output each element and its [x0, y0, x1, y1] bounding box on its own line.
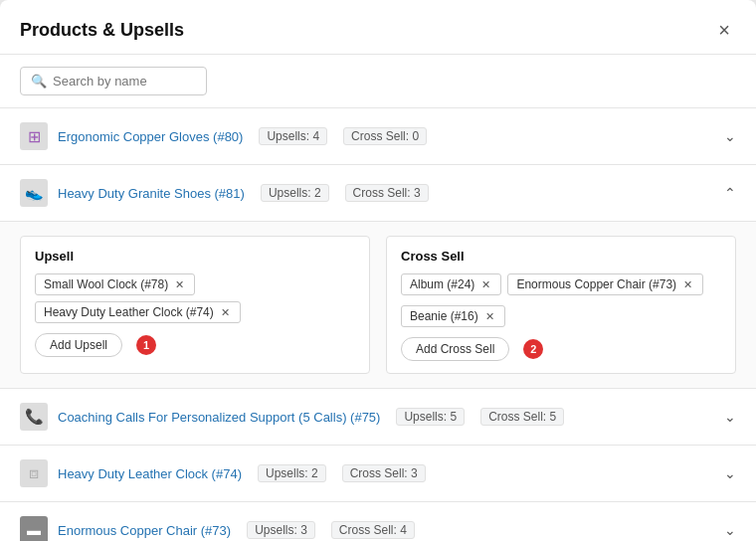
upsell-actions: Add Upsell 1: [35, 333, 355, 357]
upsells-badge-3: Upsells: 5: [396, 408, 465, 426]
crosssell-section: Cross Sell Album (#24) ✕ Enormous Copper…: [386, 236, 736, 374]
crosssell-badge-2: Cross Sell: 3: [345, 184, 429, 202]
product-name-3: Coaching Calls For Personalized Support …: [58, 410, 380, 425]
product-icon-5: ▬: [20, 516, 48, 541]
crosssell-title: Cross Sell: [401, 249, 721, 264]
crosssell-tags-row1: Album (#24) ✕ Enormous Copper Chair (#73…: [401, 273, 721, 295]
product-row: ⊞ Ergonomic Copper Gloves (#80) Upsells:…: [0, 108, 756, 165]
crosssell-tag-3: Beanie (#16) ✕: [401, 305, 505, 327]
upsell-tag-2: Heavy Duty Leather Clock (#74) ✕: [35, 301, 241, 323]
upsell-count-badge: 1: [136, 335, 156, 355]
upsell-tag-remove-2[interactable]: ✕: [219, 307, 232, 318]
crosssell-badge-5: Cross Sell: 4: [331, 521, 415, 539]
crosssell-badge-3: Cross Sell: 5: [480, 408, 564, 426]
search-input-wrap: 🔍: [20, 67, 207, 95]
search-icon: 🔍: [31, 74, 47, 89]
upsell-tags: Small Wool Clock (#78) ✕ Heavy Duty Leat…: [35, 273, 355, 323]
crosssell-actions: Add Cross Sell 2: [401, 337, 721, 361]
crosssell-badge-1: Cross Sell: 0: [343, 127, 427, 145]
chevron-down-icon-4: ⌄: [724, 465, 736, 481]
crosssell-tag-label-3: Beanie (#16): [410, 309, 478, 323]
crosssell-tag-label-2: Enormous Copper Chair (#73): [516, 277, 676, 291]
close-button[interactable]: ×: [712, 18, 736, 42]
chevron-down-icon-3: ⌄: [724, 409, 736, 425]
product-icon-4: ⧈: [20, 459, 48, 487]
coaching-icon: 📞: [25, 408, 44, 426]
modal: Products & Upsells × 🔍 ⊞ Ergonomic Coppe…: [0, 0, 756, 541]
product-row-3: 📞 Coaching Calls For Personalized Suppor…: [0, 389, 756, 446]
upsells-badge-5: Upsells: 3: [247, 521, 315, 539]
product-icon-2: 👟: [20, 179, 48, 207]
product-icon-3: 📞: [20, 403, 48, 431]
product-header-5[interactable]: ▬ Enormous Copper Chair (#73) Upsells: 3…: [0, 502, 756, 541]
grid-icon: ⊞: [28, 127, 41, 146]
upsell-tag-label-1: Small Wool Clock (#78): [44, 277, 168, 291]
product-header-3[interactable]: 📞 Coaching Calls For Personalized Suppor…: [0, 389, 756, 445]
upsells-badge-4: Upsells: 2: [258, 464, 326, 482]
product-name-2: Heavy Duty Granite Shoes (#81): [58, 186, 245, 201]
crosssell-tag-2: Enormous Copper Chair (#73) ✕: [507, 273, 703, 295]
crosssell-count-badge: 2: [523, 339, 543, 359]
crosssell-tag-label-1: Album (#24): [410, 277, 474, 291]
search-input[interactable]: [53, 74, 196, 89]
crosssell-tag-remove-3[interactable]: ✕: [483, 311, 496, 322]
upsell-section: Upsell Small Wool Clock (#78) ✕ Heavy Du…: [20, 236, 370, 374]
add-upsell-button[interactable]: Add Upsell: [35, 333, 122, 357]
chair-icon: ▬: [27, 522, 41, 538]
crosssell-badge-4: Cross Sell: 3: [342, 464, 426, 482]
chevron-down-icon-5: ⌄: [724, 522, 736, 538]
modal-title: Products & Upsells: [20, 20, 184, 41]
product-row-2: 👟 Heavy Duty Granite Shoes (#81) Upsells…: [0, 165, 756, 389]
clock-icon: ⧈: [29, 464, 39, 482]
crosssell-tag-remove-2[interactable]: ✕: [681, 279, 694, 290]
upsell-tag-remove-1[interactable]: ✕: [173, 279, 186, 290]
product-name-1: Ergonomic Copper Gloves (#80): [58, 129, 243, 144]
add-crosssell-button[interactable]: Add Cross Sell: [401, 337, 509, 361]
product-row-4: ⧈ Heavy Duty Leather Clock (#74) Upsells…: [0, 446, 756, 502]
product-icon-1: ⊞: [20, 122, 48, 150]
modal-header: Products & Upsells ×: [0, 0, 756, 55]
upsell-tag-1: Small Wool Clock (#78) ✕: [35, 273, 195, 295]
crosssell-tags-row2: Beanie (#16) ✕: [401, 305, 721, 327]
product-name-5: Enormous Copper Chair (#73): [58, 523, 231, 538]
product-header-1[interactable]: ⊞ Ergonomic Copper Gloves (#80) Upsells:…: [0, 108, 756, 164]
product-name-4: Heavy Duty Leather Clock (#74): [58, 466, 242, 481]
search-bar: 🔍: [0, 55, 756, 108]
chevron-down-icon-1: ⌄: [724, 128, 736, 144]
product-list: ⊞ Ergonomic Copper Gloves (#80) Upsells:…: [0, 108, 756, 541]
product-header-2[interactable]: 👟 Heavy Duty Granite Shoes (#81) Upsells…: [0, 165, 756, 221]
shoe-icon: 👟: [25, 184, 44, 202]
chevron-up-icon-2: ⌃: [724, 185, 736, 201]
product-row-5: ▬ Enormous Copper Chair (#73) Upsells: 3…: [0, 502, 756, 541]
upsells-badge-2: Upsells: 2: [261, 184, 329, 202]
crosssell-tag-remove-1[interactable]: ✕: [479, 279, 492, 290]
crosssell-tag-1: Album (#24) ✕: [401, 273, 501, 295]
product-expanded-2: Upsell Small Wool Clock (#78) ✕ Heavy Du…: [0, 221, 756, 388]
product-header-4[interactable]: ⧈ Heavy Duty Leather Clock (#74) Upsells…: [0, 446, 756, 501]
upsells-badge-1: Upsells: 4: [259, 127, 327, 145]
upsell-title: Upsell: [35, 249, 355, 264]
upsell-tag-label-2: Heavy Duty Leather Clock (#74): [44, 305, 214, 319]
